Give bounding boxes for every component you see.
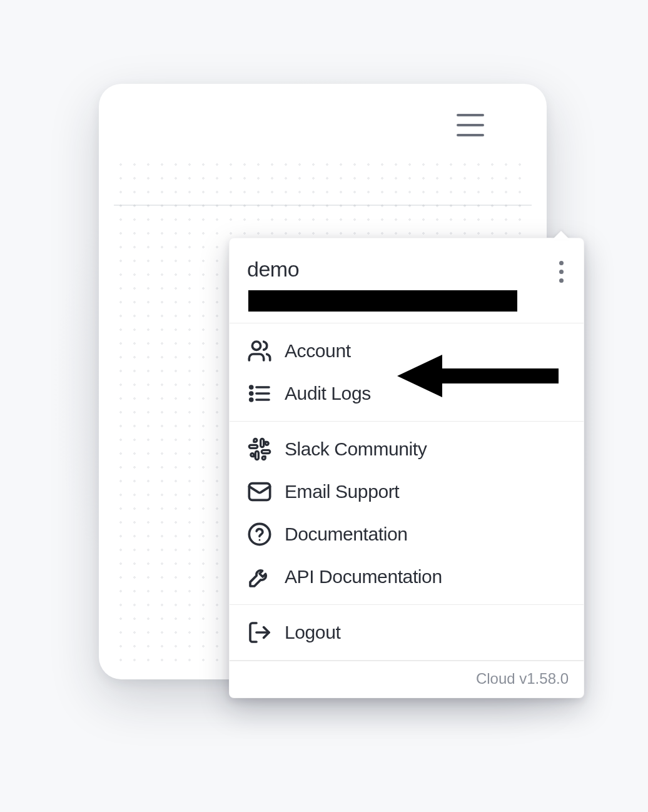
svg-point-0 (252, 342, 260, 350)
menu-item-label: Account (285, 340, 351, 362)
menu-item-api-documentation[interactable]: API Documentation (230, 556, 584, 598)
app-card: demo Account (99, 84, 547, 679)
menu-item-label: Audit Logs (285, 383, 371, 404)
workspace-options-button[interactable] (552, 261, 570, 283)
version-label: Cloud v1.58.0 (230, 661, 584, 698)
mail-icon (247, 479, 272, 504)
wrench-icon (247, 564, 272, 589)
menu-item-label: Email Support (285, 481, 399, 502)
svg-point-13 (259, 539, 261, 541)
redacted-email (248, 290, 517, 312)
list-icon (247, 381, 272, 406)
menu-section-support: Slack Community Email Support (230, 422, 584, 605)
menu-item-audit-logs[interactable]: Audit Logs (230, 372, 584, 415)
menu-item-logout[interactable]: Logout (230, 611, 584, 654)
svg-rect-7 (261, 439, 264, 447)
slack-icon (247, 437, 272, 462)
svg-rect-8 (255, 451, 258, 459)
menu-item-label: Logout (285, 622, 340, 643)
svg-rect-10 (261, 450, 270, 454)
help-icon (247, 522, 272, 547)
menu-item-label: API Documentation (285, 566, 442, 587)
menu-header: demo (230, 238, 584, 323)
menu-item-label: Documentation (285, 524, 408, 545)
menu-item-email-support[interactable]: Email Support (230, 470, 584, 513)
menu-item-label: Slack Community (285, 439, 427, 460)
menu-toggle-button[interactable] (457, 114, 484, 136)
menu-item-documentation[interactable]: Documentation (230, 513, 584, 556)
menu-item-slack-community[interactable]: Slack Community (230, 428, 584, 470)
svg-point-6 (250, 398, 253, 401)
svg-point-4 (250, 386, 253, 388)
svg-rect-9 (249, 445, 257, 448)
topbar-divider (114, 205, 532, 206)
menu-section-account: Account Audit Logs (230, 323, 584, 422)
menu-item-account[interactable]: Account (230, 330, 584, 372)
logout-icon (247, 620, 272, 645)
menu-section-session: Logout (230, 605, 584, 661)
user-menu-popover: demo Account (229, 238, 584, 698)
workspace-name: demo (247, 257, 566, 282)
users-icon (247, 338, 272, 363)
svg-point-5 (250, 392, 253, 395)
